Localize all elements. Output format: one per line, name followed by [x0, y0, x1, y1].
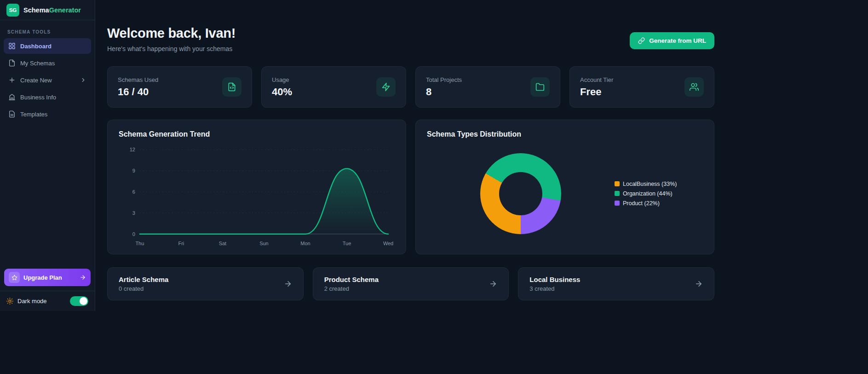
dark-mode-toggle[interactable]	[70, 296, 88, 306]
stat-value: Free	[580, 86, 613, 98]
document-lines-icon	[8, 110, 16, 118]
trend-area-chart: 036912ThuFriSatSunMonTueWed	[119, 144, 395, 249]
donut-wrap: LocalBusiness (33%)Organization (44%)Pro…	[427, 144, 703, 243]
page-subtitle: Here's what's happening with your schema…	[107, 45, 236, 52]
upgrade-plan-button[interactable]: Upgrade Plan	[4, 269, 91, 286]
svg-text:12: 12	[130, 147, 135, 152]
generate-from-url-label: Generate from URL	[649, 37, 706, 44]
app-name-primary: Schema	[23, 6, 49, 14]
sidebar-item-label: My Schemas	[20, 60, 55, 67]
svg-text:0: 0	[132, 231, 135, 237]
stat-card-schemas-used: Schemas Used 16 / 40	[107, 66, 252, 108]
sidebar-item-label: Templates	[20, 111, 47, 118]
app-logo: SG	[6, 4, 19, 17]
dark-mode-row: Dark mode	[0, 291, 95, 311]
quick-cards-row: Article Schema 0 created Product Schema …	[107, 267, 714, 300]
stat-text: Total Projects 8	[426, 76, 462, 98]
building-icon	[8, 93, 16, 101]
quick-card-text: Local Business 3 created	[529, 276, 580, 292]
sidebar-bottom: Upgrade Plan Dark mode	[0, 265, 95, 311]
folder-icon	[530, 77, 550, 97]
stat-label: Usage	[272, 76, 292, 83]
legend-item: LocalBusiness (33%)	[615, 181, 703, 187]
upgrade-plan-label: Upgrade Plan	[23, 274, 76, 281]
donut-area	[427, 153, 615, 234]
stat-value: 8	[426, 86, 462, 98]
stat-text: Usage 40%	[272, 76, 292, 98]
stat-value: 40%	[272, 86, 292, 98]
sidebar-item-label: Dashboard	[20, 43, 52, 50]
sidebar-item-create-new[interactable]: Create New	[4, 72, 91, 88]
svg-text:Fri: Fri	[178, 241, 184, 246]
arrow-right-icon	[695, 280, 703, 288]
main-area: Welcome back, Ivan! Here's what's happen…	[95, 0, 868, 374]
quick-card-subtitle: 3 created	[529, 285, 580, 292]
legend-swatch	[615, 181, 620, 186]
svg-text:Sat: Sat	[219, 241, 226, 246]
plus-icon	[8, 76, 16, 84]
trend-chart-card: Schema Generation Trend 036912ThuFriSatS…	[107, 120, 406, 254]
main-content: Welcome back, Ivan! Here's what's happen…	[107, 26, 714, 300]
stat-card-total-projects: Total Projects 8	[415, 66, 560, 108]
svg-text:Tue: Tue	[343, 241, 351, 246]
quick-card-product-schema[interactable]: Product Schema 2 created	[313, 267, 509, 300]
svg-text:9: 9	[132, 168, 135, 173]
quick-card-subtitle: 2 created	[324, 285, 379, 292]
sidebar-item-label: Create New	[20, 77, 52, 84]
file-icon	[8, 59, 16, 67]
svg-text:3: 3	[132, 210, 135, 216]
dark-mode-label: Dark mode	[17, 298, 66, 305]
stat-text: Schemas Used 16 / 40	[118, 76, 158, 98]
sidebar-section-label: SCHEMA TOOLS	[7, 29, 87, 35]
page-header: Welcome back, Ivan! Here's what's happen…	[107, 26, 714, 52]
legend-label: LocalBusiness (33%)	[623, 181, 677, 187]
legend-item: Product (22%)	[615, 200, 703, 207]
zap-icon	[376, 77, 396, 97]
link-icon	[638, 37, 645, 44]
stat-text: Account Tier Free	[580, 76, 613, 98]
page-title: Welcome back, Ivan!	[107, 26, 236, 41]
quick-card-article-schema[interactable]: Article Schema 0 created	[107, 267, 304, 300]
sidebar-nav: Dashboard My Schemas Create New Business…	[0, 38, 95, 122]
svg-text:Wed: Wed	[383, 241, 393, 246]
legend-label: Organization (44%)	[623, 190, 673, 197]
stat-label: Account Tier	[580, 76, 613, 83]
sidebar-item-label: Business Info	[20, 94, 56, 101]
app-name: SchemaGenerator	[23, 6, 81, 14]
arrow-right-icon	[80, 274, 86, 281]
quick-card-title: Product Schema	[324, 276, 379, 283]
arrow-right-icon	[489, 280, 497, 288]
quick-card-local-business[interactable]: Local Business 3 created	[518, 267, 714, 300]
quick-card-text: Product Schema 2 created	[324, 276, 379, 292]
legend-label: Product (22%)	[623, 200, 660, 207]
sun-icon	[6, 298, 13, 305]
stat-label: Schemas Used	[118, 76, 158, 83]
sidebar-item-my-schemas[interactable]: My Schemas	[4, 55, 91, 71]
quick-card-title: Article Schema	[119, 276, 168, 283]
trend-chart-title: Schema Generation Trend	[119, 130, 395, 138]
welcome-block: Welcome back, Ivan! Here's what's happen…	[107, 26, 236, 52]
stat-card-account-tier: Account Tier Free	[569, 66, 714, 108]
quick-card-subtitle: 0 created	[119, 285, 168, 292]
chevron-right-icon	[80, 77, 86, 83]
legend-swatch	[615, 201, 620, 206]
grid-icon	[8, 42, 16, 50]
distribution-chart-card: Schema Types Distribution LocalBusiness …	[415, 120, 714, 254]
star-icon	[9, 272, 20, 283]
toggle-knob	[80, 297, 87, 305]
sidebar-item-business-info[interactable]: Business Info	[4, 89, 91, 105]
sidebar-item-templates[interactable]: Templates	[4, 106, 91, 122]
generate-from-url-button[interactable]: Generate from URL	[630, 32, 714, 49]
legend-item: Organization (44%)	[615, 190, 703, 197]
donut-chart	[480, 153, 561, 234]
app-brand: SG SchemaGenerator	[0, 0, 95, 20]
sidebar: SG SchemaGenerator SCHEMA TOOLS Dashboar…	[0, 0, 95, 311]
stat-value: 16 / 40	[118, 86, 158, 98]
sidebar-item-dashboard[interactable]: Dashboard	[4, 38, 91, 54]
charts-row: Schema Generation Trend 036912ThuFriSatS…	[107, 120, 714, 254]
distribution-chart-title: Schema Types Distribution	[427, 130, 703, 138]
stats-grid: Schemas Used 16 / 40 Usage 40% Total P	[107, 66, 714, 108]
arrow-right-icon	[284, 280, 292, 288]
quick-card-title: Local Business	[529, 276, 580, 283]
file-code-icon	[222, 77, 241, 97]
